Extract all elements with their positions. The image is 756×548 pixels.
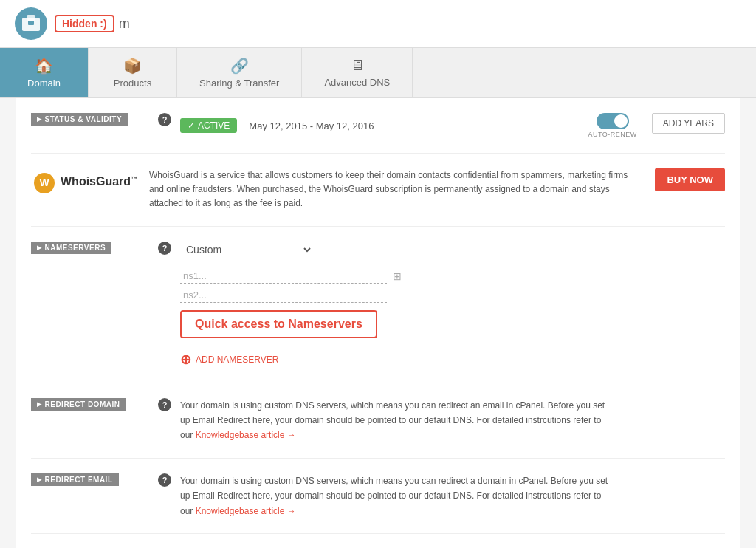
nameservers-select-row: Custom (180, 242, 725, 258)
svg-rect-2 (28, 21, 34, 25)
nameservers-dropdown[interactable]: Custom (180, 242, 313, 258)
dns-icon: 🖥 (350, 57, 365, 74)
nameservers-label-container: NAMESERVERS (31, 242, 149, 254)
nameservers-fields: ⊞ (180, 269, 725, 303)
ns1-input[interactable] (180, 269, 387, 284)
redirect-email-desc: Your domain is using custom DNS servers,… (180, 473, 608, 518)
wg-logo-container: W WhoisGuard™ (31, 168, 137, 195)
tab-domain[interactable]: 🏠 Domain (0, 48, 89, 97)
add-nameserver-label: ADD NAMESERVER (196, 355, 278, 365)
status-row: ✓ ACTIVE May 12, 2015 - May 12, 2016 AUT… (180, 113, 637, 138)
nameservers-content: Custom ⊞ Quick access to Nameservers ⊕ A… (180, 242, 725, 368)
whoisguard-logo: W WhoisGuard™ (31, 168, 149, 195)
svg-rect-1 (27, 15, 35, 21)
domain-name: m (119, 16, 130, 32)
sharing-icon: 🔗 (230, 57, 249, 75)
logo (15, 7, 47, 40)
whoisguard-tm: ™ (131, 175, 137, 182)
ns2-input[interactable] (180, 288, 387, 303)
tab-sharing[interactable]: 🔗 Sharing & Transfer (177, 48, 302, 97)
tab-advanced-dns-label: Advanced DNS (324, 77, 390, 88)
ns1-row: ⊞ (180, 269, 725, 284)
checkmark-icon: ✓ (188, 120, 195, 131)
redirect-domain-help-icon[interactable]: ? (158, 398, 171, 411)
status-label: STATUS & VALIDITY (31, 113, 128, 126)
ns1-edit-icon: ⊞ (393, 270, 402, 282)
plus-icon: ⊕ (180, 352, 191, 368)
active-badge: ✓ ACTIVE (180, 118, 237, 133)
nameservers-label: NAMESERVERS (31, 242, 111, 254)
auto-renew-label: AUTO-RENEW (588, 131, 637, 138)
auto-renew-container: AUTO-RENEW (588, 113, 637, 138)
hidden-badge: Hidden :) (55, 15, 114, 32)
status-content: ✓ ACTIVE May 12, 2015 - May 12, 2016 AUT… (180, 113, 637, 138)
status-action: ADD YEARS (652, 113, 725, 134)
status-validity-section: STATUS & VALIDITY ? ✓ ACTIVE May 12, 201… (31, 98, 725, 154)
whoisguard-name: WhoisGuard™ (61, 175, 137, 188)
redirect-domain-kb-link[interactable]: Knowledgebase article → (196, 430, 296, 440)
redirect-domain-section: REDIRECT DOMAIN ? Your domain is using c… (31, 383, 725, 459)
svg-text:W: W (39, 177, 49, 188)
status-label-container: STATUS & VALIDITY (31, 113, 149, 126)
whoisguard-description: WhoisGuard is a service that allows cust… (149, 168, 640, 211)
tab-products-label: Products (114, 78, 151, 89)
date-range: May 12, 2015 - May 12, 2016 (249, 120, 374, 131)
tab-sharing-label: Sharing & Transfer (199, 78, 279, 89)
home-icon: 🏠 (35, 57, 53, 75)
tab-domain-label: Domain (27, 78, 61, 89)
redirect-email-label: REDIRECT EMAIL (31, 473, 119, 486)
redirect-domain-content: Your domain is using custom DNS servers,… (180, 398, 725, 443)
redirect-email-label-container: REDIRECT EMAIL (31, 473, 149, 486)
redirect-email-content: Your domain is using custom DNS servers,… (180, 473, 725, 518)
nav-tabs: 🏠 Domain 📦 Products 🔗 Sharing & Transfer… (0, 48, 756, 98)
redirect-domain-label-container: REDIRECT DOMAIN (31, 398, 149, 411)
private-email-section: PRIVATE EMAIL Our private cloud is a sec… (31, 534, 725, 548)
auto-renew-toggle[interactable] (597, 113, 629, 129)
redirect-email-section: REDIRECT EMAIL ? Your domain is using cu… (31, 459, 725, 534)
header: Hidden :) m (0, 0, 756, 48)
redirect-domain-label: REDIRECT DOMAIN (31, 398, 126, 411)
ns2-row (180, 288, 725, 303)
active-text: ACTIVE (198, 120, 230, 131)
whoisguard-section: W WhoisGuard™ WhoisGuard is a service th… (31, 154, 725, 227)
redirect-domain-desc: Your domain is using custom DNS servers,… (180, 398, 608, 443)
main-content: STATUS & VALIDITY ? ✓ ACTIVE May 12, 201… (16, 98, 740, 548)
redirect-email-help-icon[interactable]: ? (158, 473, 171, 487)
products-icon: 📦 (123, 57, 142, 75)
redirect-email-kb-link[interactable]: Knowledgebase article → (196, 506, 296, 516)
nameservers-section: NAMESERVERS ? Custom ⊞ Quick access to N… (31, 227, 725, 383)
whoisguard-buy-button[interactable]: BUY NOW (655, 168, 725, 191)
add-nameserver-button[interactable]: ⊕ ADD NAMESERVER (180, 352, 278, 368)
whoisguard-shield-icon: W (31, 168, 58, 195)
quick-access-banner: Quick access to Nameservers (180, 310, 377, 338)
tab-products[interactable]: 📦 Products (89, 48, 177, 97)
tab-advanced-dns[interactable]: 🖥 Advanced DNS (302, 48, 413, 97)
add-years-button[interactable]: ADD YEARS (652, 113, 725, 134)
status-help-icon[interactable]: ? (158, 113, 171, 126)
nameservers-help-icon[interactable]: ? (158, 242, 171, 255)
